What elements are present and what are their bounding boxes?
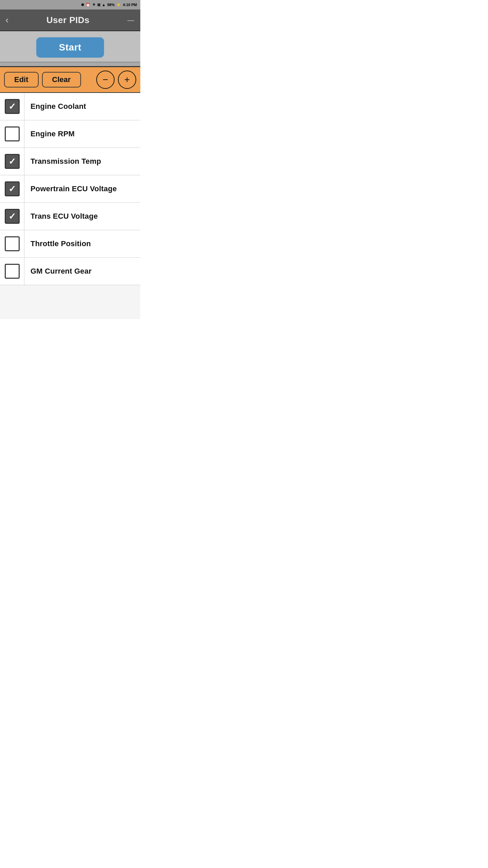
checkmark-icon: ✓: [8, 102, 16, 111]
table-row: Engine RPM: [0, 120, 140, 148]
table-row: ✓Trans ECU Voltage: [0, 203, 140, 230]
divider-bar: [0, 62, 140, 67]
edit-button[interactable]: Edit: [4, 72, 39, 87]
table-row: Throttle Position: [0, 230, 140, 258]
alarm-icon: ⏰: [86, 3, 90, 7]
header: ‹ User PIDs —: [0, 9, 140, 31]
battery-icon: ⚡: [116, 3, 121, 7]
checkbox-cell: ✓: [0, 148, 24, 175]
status-bar: ✱ ⏰ ⚘ ⊠ ▲ 98% ⚡ 4:10 PM: [0, 0, 140, 9]
start-button[interactable]: Start: [36, 37, 104, 58]
checkmark-icon: ✓: [8, 184, 16, 193]
status-bar-right: ✱ ⏰ ⚘ ⊠ ▲ 98% ⚡ 4:10 PM: [81, 3, 137, 7]
checkmark-icon: ✓: [8, 212, 16, 221]
checkbox-cell: ✓: [0, 93, 24, 120]
data-icon: ⊠: [97, 3, 100, 7]
table-row: GM Current Gear: [0, 258, 140, 285]
plus-button[interactable]: +: [118, 71, 136, 89]
table-row: ✓Powertrain ECU Voltage: [0, 175, 140, 203]
pid-label: Trans ECU Voltage: [24, 212, 104, 221]
rest-area: [0, 285, 140, 319]
pid-label: Powertrain ECU Voltage: [24, 184, 123, 193]
pid-checkbox-3[interactable]: ✓: [5, 154, 20, 169]
wifi-icon: ⚘: [92, 3, 96, 7]
pid-checkbox-6[interactable]: [5, 236, 20, 251]
checkbox-cell: ✓: [0, 175, 24, 202]
pid-checkbox-2[interactable]: [5, 126, 20, 141]
checkmark-icon: ✓: [8, 157, 16, 166]
pid-checkbox-5[interactable]: ✓: [5, 209, 20, 224]
pid-list: ✓Engine CoolantEngine RPM✓Transmission T…: [0, 93, 140, 285]
checkbox-cell: ✓: [0, 203, 24, 230]
pid-label: GM Current Gear: [24, 267, 98, 276]
time-display: 4:10 PM: [123, 3, 137, 7]
pid-label: Engine Coolant: [24, 102, 92, 111]
pid-label: Transmission Temp: [24, 157, 107, 166]
battery-percent: 98%: [107, 3, 115, 7]
menu-button[interactable]: —: [127, 17, 135, 23]
signal-icon: ▲: [102, 3, 106, 7]
clear-button[interactable]: Clear: [42, 72, 81, 87]
pid-label: Throttle Position: [24, 239, 97, 248]
checkbox-cell: [0, 258, 24, 285]
back-button[interactable]: ‹: [5, 15, 8, 25]
pid-checkbox-1[interactable]: ✓: [5, 99, 20, 114]
checkbox-cell: [0, 230, 24, 257]
minus-button[interactable]: −: [96, 71, 115, 89]
table-row: ✓Engine Coolant: [0, 93, 140, 120]
pid-label: Engine RPM: [24, 130, 81, 138]
pid-checkbox-4[interactable]: ✓: [5, 181, 20, 196]
start-area: Start: [0, 31, 140, 62]
pid-checkbox-7[interactable]: [5, 264, 20, 279]
page-title: User PIDs: [46, 15, 89, 25]
checkbox-cell: [0, 120, 24, 147]
toolbar: Edit Clear − +: [0, 67, 140, 93]
bluetooth-icon: ✱: [81, 3, 84, 7]
table-row: ✓Transmission Temp: [0, 148, 140, 175]
